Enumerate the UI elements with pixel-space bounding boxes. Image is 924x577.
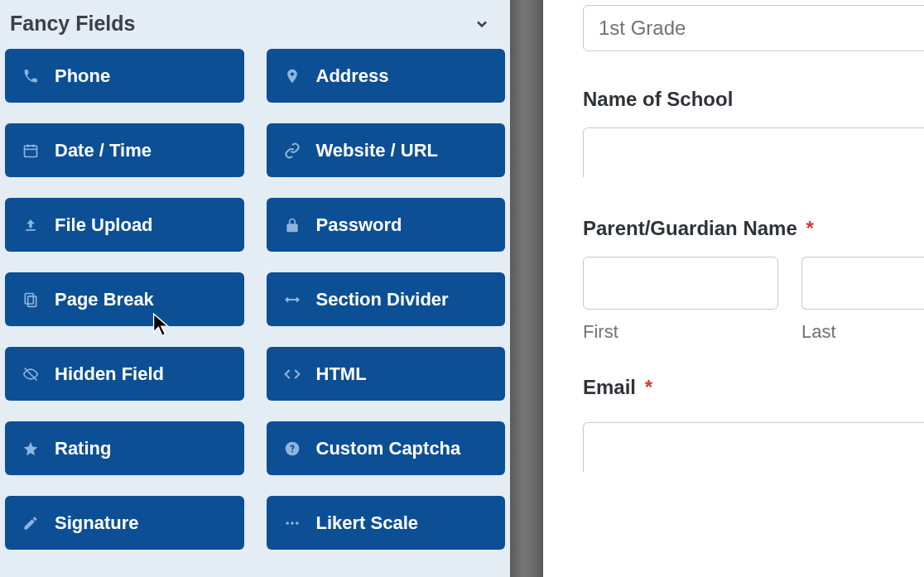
field-signature[interactable]: Signature bbox=[5, 496, 244, 550]
form-preview: 1st Grade Name of School Parent/Guardian… bbox=[543, 0, 924, 577]
hidden-icon bbox=[22, 365, 40, 383]
field-pagebreak[interactable]: Page Break bbox=[5, 272, 244, 326]
field-label: Address bbox=[316, 65, 389, 87]
field-phone[interactable]: Phone bbox=[5, 49, 244, 103]
upload-icon bbox=[22, 216, 40, 234]
last-name-input[interactable] bbox=[801, 257, 924, 310]
email-field: Email * bbox=[583, 376, 924, 472]
svg-rect-0 bbox=[25, 146, 37, 156]
dots-icon bbox=[283, 514, 301, 532]
field-label: Website / URL bbox=[316, 140, 439, 161]
code-icon bbox=[283, 365, 301, 383]
field-label: Section Divider bbox=[316, 289, 449, 310]
svg-rect-4 bbox=[25, 293, 33, 304]
email-label: Email * bbox=[583, 376, 924, 399]
field-label: Likert Scale bbox=[316, 512, 419, 534]
question-icon bbox=[283, 440, 301, 458]
first-name-input[interactable] bbox=[583, 257, 778, 310]
last-sublabel: Last bbox=[801, 321, 924, 343]
school-label: Name of School bbox=[583, 88, 924, 111]
chevron-down-icon[interactable] bbox=[472, 14, 492, 34]
field-password[interactable]: Password bbox=[267, 198, 506, 252]
svg-point-11 bbox=[296, 522, 299, 525]
field-captcha[interactable]: Custom Captcha bbox=[267, 421, 506, 475]
field-label: Signature bbox=[55, 512, 138, 534]
field-label: File Upload bbox=[55, 214, 153, 236]
first-name-col: First bbox=[583, 257, 778, 343]
star-icon bbox=[22, 440, 40, 458]
divider-icon bbox=[283, 291, 301, 309]
field-website[interactable]: Website / URL bbox=[267, 123, 506, 177]
svg-point-10 bbox=[291, 522, 294, 525]
email-label-text: Email bbox=[583, 376, 636, 398]
pagebreak-icon bbox=[22, 291, 40, 309]
field-label: Phone bbox=[55, 65, 110, 87]
sidebar-section-title: Fancy Fields bbox=[10, 12, 135, 36]
field-address[interactable]: Address bbox=[267, 49, 506, 103]
field-label: Password bbox=[316, 214, 402, 236]
field-rating[interactable]: Rating bbox=[5, 421, 244, 475]
grade-select[interactable]: 1st Grade bbox=[583, 5, 924, 51]
pin-icon bbox=[283, 67, 301, 85]
field-label: Date / Time bbox=[55, 140, 152, 161]
field-datetime[interactable]: Date / Time bbox=[5, 123, 244, 177]
school-input[interactable] bbox=[583, 127, 924, 177]
field-label: HTML bbox=[316, 363, 367, 385]
required-mark: * bbox=[806, 217, 813, 239]
panel-divider bbox=[510, 0, 543, 577]
first-sublabel: First bbox=[583, 321, 778, 343]
field-likert[interactable]: Likert Scale bbox=[267, 496, 506, 550]
required-mark: * bbox=[645, 376, 652, 398]
field-sectiondivider[interactable]: Section Divider bbox=[267, 272, 506, 326]
name-row: First Last bbox=[583, 257, 924, 343]
sidebar-section-header[interactable]: Fancy Fields bbox=[5, 0, 505, 49]
field-label: Page Break bbox=[55, 289, 154, 310]
fields-grid: Phone Address Date / Time Website / URL bbox=[5, 49, 505, 550]
field-hidden[interactable]: Hidden Field bbox=[5, 347, 244, 401]
school-field: Name of School bbox=[583, 88, 924, 177]
field-html[interactable]: HTML bbox=[267, 347, 506, 401]
fields-sidebar: Fancy Fields Phone Address Date / Time bbox=[0, 0, 510, 577]
svg-rect-5 bbox=[28, 296, 36, 306]
parent-label: Parent/Guardian Name * bbox=[583, 217, 924, 240]
field-label: Hidden Field bbox=[55, 363, 164, 385]
pencil-icon bbox=[22, 514, 40, 532]
grade-select-value: 1st Grade bbox=[599, 17, 686, 40]
svg-point-9 bbox=[286, 522, 289, 525]
parent-field: Parent/Guardian Name * First Last bbox=[583, 217, 924, 343]
calendar-icon bbox=[22, 142, 40, 160]
lock-icon bbox=[283, 216, 301, 234]
last-name-col: Last bbox=[801, 257, 924, 343]
phone-icon bbox=[22, 67, 40, 85]
parent-label-text: Parent/Guardian Name bbox=[583, 217, 797, 239]
field-fileupload[interactable]: File Upload bbox=[5, 198, 244, 252]
email-input[interactable] bbox=[583, 422, 924, 472]
field-label: Rating bbox=[55, 438, 111, 459]
link-icon bbox=[283, 142, 301, 160]
field-label: Custom Captcha bbox=[316, 438, 461, 459]
